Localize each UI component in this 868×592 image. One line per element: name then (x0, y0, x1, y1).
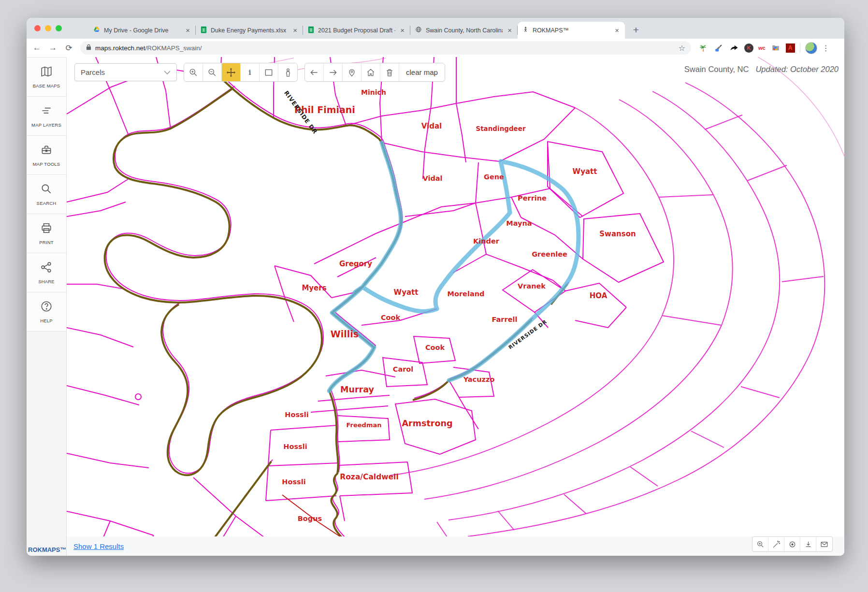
url-text: maps.roktech.net/ROKMAPS_swain/ (95, 44, 202, 52)
lock-icon (86, 43, 91, 52)
back-icon[interactable]: ← (30, 42, 43, 55)
url-bar[interactable]: maps.roktech.net/ROKMAPS_swain/ ☆ (80, 41, 691, 55)
layers-icon (40, 104, 53, 119)
parcel-label: Minich (361, 88, 386, 96)
parcel-label: Armstrong (402, 419, 453, 428)
tab-title: My Drive - Google Drive (104, 27, 181, 34)
zoom-in-tool-button[interactable] (184, 63, 203, 81)
kiwi-extension-icon[interactable]: K (744, 43, 753, 53)
sidebar-item-label: BASE MAPS (33, 83, 60, 88)
sidebar-item-print[interactable]: PRINT (27, 214, 66, 253)
download-button[interactable] (800, 537, 816, 551)
parcel-label: Vidal (422, 174, 442, 182)
parcel-label: Vidal (421, 122, 442, 130)
delete-graphics-button[interactable] (380, 63, 399, 81)
profile-avatar[interactable] (805, 42, 817, 54)
locate-button[interactable] (784, 537, 800, 551)
layer-select-value: Parcels (81, 68, 105, 76)
tab-close-icon[interactable]: × (506, 26, 513, 34)
tab-my-drive[interactable]: My Drive - Google Drive × (88, 22, 196, 39)
palm-tree-icon[interactable] (698, 43, 709, 53)
url-domain: maps.roktech.net (95, 44, 145, 52)
previous-extent-button[interactable] (305, 63, 324, 81)
parcel-label: Hossli (285, 411, 308, 419)
parcel-label: Vranek (518, 282, 546, 290)
pan-tool-button[interactable] (222, 63, 241, 81)
zoom-window-button[interactable] (56, 25, 62, 31)
sidebar-item-label: SHARE (38, 279, 55, 284)
share-arrow-icon[interactable] (729, 43, 739, 53)
help-icon (40, 300, 53, 315)
reload-icon[interactable]: ⟳ (62, 42, 75, 55)
print-icon (40, 222, 53, 236)
sidebar-item-help[interactable]: HELP (27, 292, 66, 332)
identify-tool-button[interactable]: i (241, 63, 260, 81)
parcel-map[interactable]: MinichPhil FimianiVidalStandingdeerWyatt… (67, 57, 844, 556)
parcel-label: Swanson (599, 230, 636, 238)
folder-extension-icon[interactable] (770, 43, 781, 53)
tab-duke-energy[interactable]: Duke Energy Payments.xlsx - Go × (196, 22, 303, 39)
browser-toolbar: ← → ⟳ maps.roktech.net/ROKMAPS_swain/ ☆ … (27, 39, 844, 57)
parcel-label: Gene (484, 173, 504, 181)
updated-label: Updated: October 2020 (755, 65, 839, 74)
close-window-button[interactable] (34, 25, 41, 31)
zoom-to-results-button[interactable] (752, 537, 768, 551)
tab-rokmaps-active[interactable]: ROKMAPS™ × (518, 22, 625, 39)
sidebar-item-label: HELP (40, 318, 53, 323)
sidebar-item-label: SEARCH (37, 201, 57, 206)
next-extent-button[interactable] (324, 63, 343, 81)
rectangle-select-tool-button[interactable] (260, 63, 278, 81)
tab-swain-county-gis[interactable]: Swain County, North Carolina GI × (410, 22, 518, 39)
parcel-label: Hossli (283, 443, 307, 450)
clear-map-button[interactable]: clear map (399, 63, 445, 81)
tab-title: Duke Energy Payments.xlsx - Go (211, 27, 288, 34)
parcel-label: Bogus (298, 515, 322, 522)
chevron-down-icon (164, 68, 171, 76)
tab-close-icon[interactable]: × (185, 26, 191, 34)
toolbar-separator (800, 43, 800, 53)
parcel-label: Cook (425, 344, 445, 351)
tab-budget-proposal[interactable]: 2021 Budget Proposal Draft - Go × (303, 22, 410, 39)
parcel-label: Greenlee (532, 250, 567, 258)
url-path: /ROKMAPS_swain/ (145, 44, 202, 52)
tab-strip: My Drive - Google Drive × Duke Energy Pa… (27, 18, 844, 39)
sidebar-item-map-layers[interactable]: MAP LAYERS (27, 97, 66, 136)
zoom-out-tool-button[interactable] (203, 63, 222, 81)
parcel-label: Moreland (448, 290, 485, 298)
map-canvas[interactable]: MinichPhil FimianiVidalStandingdeerWyatt… (67, 57, 844, 556)
sidebar-item-search[interactable]: SEARCH (27, 175, 66, 214)
parcel-label: Wyatt (394, 288, 419, 297)
svg-text:i: i (248, 69, 251, 76)
bookmark-star-icon[interactable]: ☆ (679, 43, 685, 53)
search-icon (40, 183, 53, 197)
county-label: Swain County, NC (684, 65, 749, 74)
acrobat-extension-icon[interactable]: A (786, 43, 795, 53)
extensions-area: K wc A ⋮ (696, 42, 832, 54)
color-picker-icon[interactable] (713, 43, 724, 53)
minimize-window-button[interactable] (45, 25, 51, 31)
show-results-link[interactable]: Show 1 Results (73, 542, 124, 550)
tab-close-icon[interactable]: × (292, 26, 298, 34)
home-extent-button[interactable] (362, 63, 380, 81)
forward-icon[interactable]: → (46, 42, 59, 55)
location-pin-button[interactable] (343, 63, 362, 81)
parcel-label: Farrell (492, 316, 518, 323)
sidebar-item-base-maps[interactable]: BASE MAPS (27, 57, 66, 97)
magic-wand-button[interactable] (768, 537, 784, 551)
sidebar-item-map-tools[interactable]: MAP TOOLS (27, 136, 66, 175)
email-button[interactable] (816, 537, 832, 551)
tab-close-icon[interactable]: × (399, 26, 405, 34)
tab-close-icon[interactable]: × (614, 26, 620, 34)
map-label-layer: MinichPhil FimianiVidalStandingdeerWyatt… (282, 88, 636, 522)
toolbox-icon (40, 144, 53, 158)
street-view-tool-button[interactable] (278, 63, 297, 81)
boundary-arcs (390, 83, 825, 538)
parcel-label: Kinder (473, 237, 500, 245)
traffic-lights (34, 25, 62, 31)
new-tab-button[interactable]: + (629, 23, 643, 37)
browser-menu-icon[interactable]: ⋮ (822, 43, 830, 53)
wc-extension-icon[interactable]: wc (758, 45, 766, 51)
parcel-label: Murray (340, 385, 374, 394)
layer-select-dropdown[interactable]: Parcels (74, 63, 177, 81)
sidebar-item-share[interactable]: SHARE (27, 253, 66, 292)
